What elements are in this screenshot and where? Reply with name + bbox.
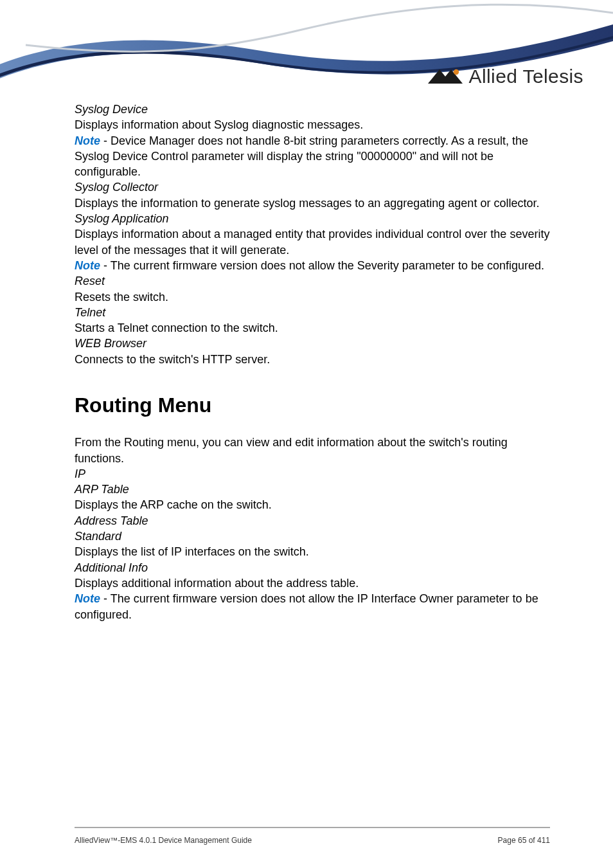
svg-point-2 — [453, 69, 458, 75]
page-footer: AlliedView™-EMS 4.0.1 Device Management … — [75, 836, 550, 845]
syslog-device-heading: Syslog Device — [75, 102, 550, 117]
syslog-device-body: Displays information about Syslog diagno… — [75, 117, 550, 132]
brand-logo-text: Allied Telesis — [469, 66, 583, 87]
telnet-heading: Telnet — [75, 305, 550, 320]
brand-logo-icon — [425, 67, 465, 86]
arp-table-body: Displays the ARP cache on the switch. — [75, 497, 550, 512]
syslog-collector-body: Displays the information to generate sys… — [75, 195, 550, 211]
syslog-device-note: Note - Device Manager does not handle 8-… — [75, 133, 550, 180]
telnet-body: Starts a Telnet connection to the switch… — [75, 320, 550, 336]
web-browser-body: Connects to the switch's HTTP server. — [75, 352, 550, 367]
footer-left: AlliedView™-EMS 4.0.1 Device Management … — [75, 836, 252, 845]
syslog-application-note: Note - The current firmware version does… — [75, 258, 550, 273]
routing-intro: From the Routing menu, you can view and … — [75, 435, 550, 466]
note-label: Note — [75, 134, 100, 147]
page-content: Syslog Device Displays information about… — [75, 102, 550, 622]
note-text: - Device Manager does not handle 8-bit s… — [75, 134, 528, 179]
reset-body: Resets the switch. — [75, 289, 550, 305]
header-swoosh — [0, 0, 613, 109]
page: Allied Telesis Syslog Device Displays in… — [0, 0, 613, 868]
brand-logo: Allied Telesis — [425, 66, 583, 87]
syslog-application-heading: Syslog Application — [75, 211, 550, 226]
syslog-collector-heading: Syslog Collector — [75, 179, 550, 195]
footer-right: Page 65 of 411 — [498, 836, 550, 845]
web-browser-heading: WEB Browser — [75, 336, 550, 351]
note-text: - The current firmware version does not … — [75, 592, 538, 620]
reset-heading: Reset — [75, 273, 550, 289]
note-label: Note — [75, 259, 100, 272]
address-table-heading: Address Table — [75, 513, 550, 529]
address-table-standard-heading: Standard — [75, 529, 550, 544]
address-table-additional-body: Displays additional information about th… — [75, 575, 550, 591]
address-table-standard-body: Displays the list of IP interfaces on th… — [75, 544, 550, 559]
note-text: - The current firmware version does not … — [100, 259, 544, 272]
address-table-note: Note - The current firmware version does… — [75, 591, 550, 622]
arp-table-heading: ARP Table — [75, 482, 550, 497]
footer-separator — [75, 827, 550, 828]
routing-menu-title: Routing Menu — [75, 392, 550, 419]
syslog-application-body: Displays information about a managed ent… — [75, 226, 550, 258]
address-table-additional-heading: Additional Info — [75, 560, 550, 575]
ip-heading: IP — [75, 466, 550, 482]
note-label: Note — [75, 592, 100, 605]
